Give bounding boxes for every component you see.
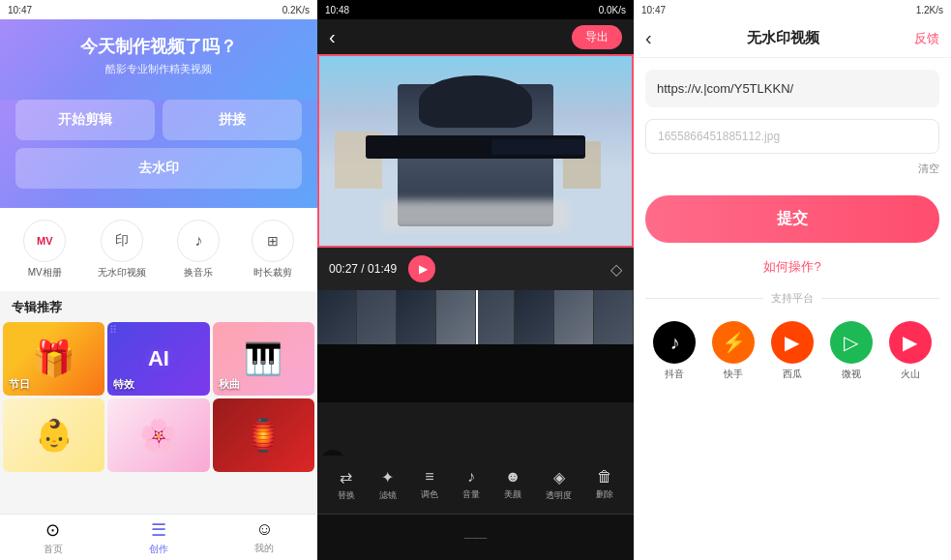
filename-input-area[interactable]: 1655866451885112.jpg [645, 119, 939, 154]
color-label: 调色 [421, 488, 438, 501]
home-icon: ⊙ [45, 519, 60, 541]
feature-watermark[interactable]: 印 无水印视频 [98, 220, 146, 280]
create-icon: ☰ [151, 519, 166, 541]
status-bar-2: 10:48 0.0K/s [317, 0, 634, 19]
album-holiday[interactable]: 🎁 节日 [3, 322, 104, 396]
kuaishou-icon: ⚡ [712, 321, 755, 364]
back-button-3[interactable]: ‹ [645, 27, 652, 49]
header-subtitle: 酷影专业制作精美视频 [15, 62, 302, 76]
circuit-icon: ⠿ [109, 324, 117, 337]
platform-xigua[interactable]: ▶ 西瓜 [771, 321, 814, 381]
beauty-label: 美颜 [504, 488, 521, 501]
album-autumn[interactable]: 🎹 秋曲 [213, 322, 314, 396]
nav-create[interactable]: ☰ 创作 [105, 515, 211, 560]
watermark-icon: 印 [101, 220, 143, 262]
film-frame-7 [554, 290, 594, 344]
filter-label: 滤镜 [379, 489, 397, 502]
music-icon: ♪ [177, 220, 220, 262]
album-flower[interactable]: 🌸 [107, 398, 209, 472]
opacity-icon: ◈ [553, 468, 565, 486]
douyin-label: 抖音 [665, 368, 684, 381]
platform-kuaishou[interactable]: ⚡ 快手 [712, 321, 755, 381]
replace-label: 替换 [338, 489, 355, 502]
film-frame-5 [476, 290, 516, 344]
platform-huoshan[interactable]: ▶ 火山 [889, 321, 932, 381]
nav-home-label: 首页 [44, 543, 63, 556]
panel-editor: 10:48 0.0K/s ‹ 导出 00:27 / 01:49 [317, 0, 634, 560]
playhead-cursor [476, 290, 478, 344]
watermark-button[interactable]: 去水印 [15, 148, 302, 189]
album-special-label: 特效 [113, 377, 134, 392]
delete-icon: 🗑 [597, 468, 612, 486]
album-winter[interactable]: 🏮 [213, 398, 314, 472]
header-title: 今天制作视频了吗？ [15, 35, 302, 58]
tool-volume[interactable]: ♪ 音量 [462, 468, 480, 501]
divider-line-right [821, 298, 939, 299]
divider-line-left [645, 298, 763, 299]
album-section-title: 专辑推荐 [0, 291, 317, 322]
export-button[interactable]: 导出 [572, 25, 622, 49]
panel-watermark: 10:47 1.2K/s ‹ 无水印视频 反馈 https://v.|com/Y… [634, 0, 951, 560]
weishi-label: 微视 [842, 368, 861, 381]
film-frame-8 [594, 290, 634, 344]
url-input-area[interactable]: https://v.|com/Y5TLKKN/ [645, 70, 939, 107]
feature-icons-row: MV MV相册 印 无水印视频 ♪ 换音乐 ⊞ 时长裁剪 [0, 208, 317, 291]
nav-home[interactable]: ⊙ 首页 [0, 515, 105, 560]
video-content [319, 56, 632, 246]
feature-mv[interactable]: MV MV相册 [23, 220, 66, 280]
nav-profile[interactable]: ☺ 我的 [212, 515, 317, 560]
album-baby[interactable]: 👶 [3, 398, 104, 472]
how-to-link[interactable]: 如何操作? [634, 258, 951, 276]
opacity-label: 透明度 [546, 489, 572, 502]
tool-replace[interactable]: ⇄ 替换 [338, 468, 355, 502]
album-autumn-label: 秋曲 [219, 377, 240, 392]
filmstrip [317, 290, 634, 344]
status-time-3: 10:47 [641, 5, 666, 15]
status-time-1: 10:47 [8, 5, 32, 15]
tool-color[interactable]: ≡ 调色 [421, 468, 438, 501]
douyin-icon: ♪ [653, 321, 696, 364]
editor-bottom-nav: ─── [317, 514, 634, 560]
watermark-label: 无水印视频 [98, 266, 146, 280]
play-button[interactable]: ▶ [408, 255, 435, 282]
tool-delete[interactable]: 🗑 删除 [596, 468, 613, 501]
clear-button[interactable]: 清空 [645, 158, 939, 180]
xigua-label: 西瓜 [783, 368, 802, 381]
volume-label: 音量 [462, 488, 480, 501]
platform-divider: 支持平台 [634, 291, 951, 306]
feature-music[interactable]: ♪ 换音乐 [177, 220, 220, 280]
nav-profile-label: 我的 [254, 542, 274, 555]
tool-opacity[interactable]: ◈ 透明度 [546, 468, 572, 502]
divider-label: 支持平台 [771, 291, 814, 306]
status-bar-3: 10:47 1.2K/s [634, 0, 951, 19]
page-title-3: 无水印视频 [747, 29, 819, 47]
platform-douyin[interactable]: ♪ 抖音 [653, 321, 696, 381]
platforms-list: ♪ 抖音 ⚡ 快手 ▶ 西瓜 ▷ 微视 ▶ 火山 [634, 321, 951, 381]
replace-icon: ⇄ [340, 468, 352, 486]
watermark-top-bar: ‹ 无水印视频 反馈 [634, 19, 951, 58]
tools-bar: ⇄ 替换 ✦ 滤镜 ≡ 调色 ♪ 音量 ☻ 美颜 ◈ 透明度 🗑 删除 [317, 456, 634, 514]
platform-weishi[interactable]: ▷ 微视 [830, 321, 873, 381]
status-signal-1: 0.2K/s [282, 5, 310, 15]
timeline-bar: 00:27 / 01:49 ▶ ◇ [317, 248, 634, 290]
weishi-icon: ▷ [830, 321, 873, 364]
huoshan-icon: ▶ [889, 321, 932, 364]
audio-track [317, 344, 634, 402]
video-preview [317, 54, 634, 248]
splice-button[interactable]: 拼接 [163, 100, 302, 140]
feedback-button[interactable]: 反馈 [914, 30, 939, 47]
crop-label: 时长裁剪 [253, 266, 292, 280]
album-special[interactable]: ⠿ AI 特效 [107, 322, 209, 396]
feature-crop[interactable]: ⊞ 时长裁剪 [252, 220, 294, 280]
tool-beauty[interactable]: ☻ 美颜 [504, 468, 521, 501]
diamond-icon: ◇ [610, 260, 622, 279]
film-frame-4 [436, 290, 476, 344]
start-edit-button[interactable]: 开始剪辑 [15, 100, 155, 140]
tool-filter[interactable]: ✦ 滤镜 [379, 468, 397, 502]
nav-create-label: 创作 [149, 543, 168, 556]
submit-button[interactable]: 提交 [645, 195, 939, 243]
back-button-2[interactable]: ‹ [329, 26, 336, 48]
ai-label: AI [148, 346, 169, 371]
status-signal-2: 0.0K/s [599, 5, 626, 15]
beauty-icon: ☻ [505, 468, 521, 486]
